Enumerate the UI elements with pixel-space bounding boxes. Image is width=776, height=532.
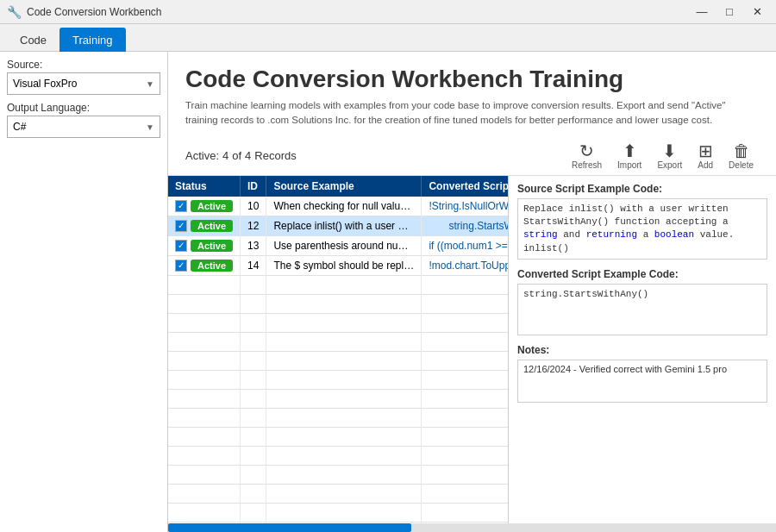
export-icon: ⬇: [662, 142, 677, 160]
table-header-row: Status ID Source Example Converted Scrip…: [168, 176, 509, 197]
active-of: of: [232, 149, 241, 162]
id-cell-2: 13: [241, 235, 266, 255]
status-badge-3: Active: [191, 260, 233, 272]
id-cell-0: 10: [241, 197, 266, 216]
minimize-button[interactable]: —: [690, 3, 714, 21]
empty-row: [168, 446, 509, 465]
source-cell-2: Use parenthesis around numeric comparis: [266, 235, 422, 255]
nav-tabs: Code Training: [0, 24, 776, 52]
source-code-section: Source Script Example Code: Replace inli…: [517, 183, 767, 260]
source-dropdown[interactable]: Visual FoxPro ▼: [7, 72, 160, 95]
converted-code-box: string.StartsWithAny(): [517, 284, 767, 335]
header-section: Code Conversion Workbench Training Train…: [168, 52, 776, 137]
converted-cell-3: !mod.chart.ToUpper().Contains("STRING"): [422, 255, 509, 275]
empty-row: [168, 427, 509, 446]
active-records: Records: [254, 149, 296, 162]
empty-row: [168, 313, 509, 332]
table-row[interactable]: ✓ Active 14 The $ symbol should be repla…: [168, 255, 509, 275]
toolbar-icons: ↻ Refresh ⬆ Import ⬇ Export ⊞ Add: [566, 141, 759, 172]
import-label: Import: [617, 160, 641, 170]
col-id: ID: [241, 176, 266, 197]
active-current: 4: [222, 149, 228, 162]
row-checkbox-3[interactable]: ✓: [175, 260, 187, 272]
status-cell-1: ✓ Active: [168, 216, 241, 235]
row-checkbox-0[interactable]: ✓: [175, 200, 187, 212]
refresh-icon: ↻: [579, 142, 594, 160]
status-cell-2: ✓ Active: [168, 235, 241, 255]
active-label: Active:: [185, 149, 219, 162]
col-status: Status: [168, 176, 241, 197]
delete-button[interactable]: 🗑 Delete: [723, 141, 759, 172]
export-label: Export: [657, 160, 682, 170]
add-label: Add: [698, 160, 713, 170]
empty-row: [168, 408, 509, 427]
title-bar: 🔧 Code Conversion Workbench — □ ✕: [0, 0, 776, 24]
output-dropdown[interactable]: C# ▼: [7, 116, 160, 138]
active-total: 4: [245, 149, 251, 162]
source-cell-3: The $ symbol should be replaced with str…: [266, 255, 422, 275]
table-row[interactable]: ✓ Active 12 Replace inlist() with a user…: [168, 216, 509, 235]
empty-row: [168, 294, 509, 313]
source-cell-0: When checking for null values check for …: [266, 197, 422, 216]
maximize-button[interactable]: □: [717, 3, 742, 21]
converted-code-label: Converted Script Example Code:: [517, 268, 767, 280]
content-area: Source: Visual FoxPro ▼ Output Language:…: [0, 52, 776, 532]
notes-box: 12/16/2024 - Verified correct with Gemin…: [517, 360, 767, 403]
tab-training[interactable]: Training: [59, 28, 125, 52]
converted-cell-0: !String.IsNullOrWhiteSpace(mod.char3): [422, 197, 509, 216]
main-area: Code Conversion Workbench Training Train…: [168, 52, 776, 532]
source-value: Visual FoxPro: [13, 78, 77, 90]
empty-row: [168, 484, 509, 503]
empty-row: [168, 389, 509, 408]
empty-row: [168, 351, 509, 370]
empty-row: [168, 332, 509, 351]
col-source: Source Example: [266, 176, 422, 197]
status-badge-1: Active: [191, 220, 233, 232]
status-cell-3: ✓ Active: [168, 255, 241, 275]
left-panel: Source: Visual FoxPro ▼ Output Language:…: [0, 52, 168, 532]
table-area[interactable]: Status ID Source Example Converted Scrip…: [168, 176, 509, 524]
source-code-label: Source Script Example Code:: [517, 183, 767, 195]
add-button[interactable]: ⊞ Add: [692, 141, 718, 172]
id-cell-3: 14: [241, 255, 266, 275]
tab-code[interactable]: Code: [7, 28, 59, 52]
output-value: C#: [13, 121, 26, 133]
empty-row: [168, 275, 509, 294]
import-button[interactable]: ⬆ Import: [612, 141, 647, 172]
empty-row: [168, 465, 509, 484]
col-converted: Converted Script Example: [422, 176, 509, 197]
delete-label: Delete: [729, 160, 754, 170]
scrollbar-thumb: [168, 523, 411, 532]
row-checkbox-1[interactable]: ✓: [175, 220, 187, 232]
page-title: Code Conversion Workbench Training: [185, 66, 759, 93]
source-label: Source:: [7, 59, 160, 71]
output-label: Output Language:: [7, 102, 160, 114]
status-cell-0: ✓ Active: [168, 197, 241, 216]
status-badge-2: Active: [191, 240, 233, 252]
add-icon: ⊞: [698, 142, 713, 160]
status-badge-0: Active: [191, 200, 233, 212]
refresh-label: Refresh: [572, 160, 602, 170]
title-bar-text: Code Conversion Workbench: [27, 6, 690, 18]
converted-cell-2: if ((mod.num1 >= 2) && (mod.num3 == 0): [422, 235, 509, 255]
close-button[interactable]: ✕: [745, 3, 769, 21]
output-dropdown-arrow: ▼: [146, 122, 154, 132]
table-row[interactable]: ✓ Active 10 When checking for null value…: [168, 197, 509, 216]
title-bar-controls: — □ ✕: [690, 3, 769, 21]
app-container: Code Training Source: Visual FoxPro ▼ Ou…: [0, 24, 776, 532]
id-cell-1: 12: [241, 216, 266, 235]
export-button[interactable]: ⬇ Export: [652, 141, 687, 172]
refresh-button[interactable]: ↻ Refresh: [566, 141, 607, 172]
empty-row: [168, 370, 509, 389]
converted-cell-1: string.StartsWithAny(): [422, 216, 509, 235]
table-row[interactable]: ✓ Active 13 Use parenthesis around numer…: [168, 235, 509, 255]
notes-section: Notes: 12/16/2024 - Verified correct wit…: [517, 344, 767, 403]
data-table: Status ID Source Example Converted Scrip…: [168, 176, 509, 524]
source-dropdown-arrow: ▼: [146, 79, 154, 89]
notes-label: Notes:: [517, 344, 767, 356]
right-panel: Source Script Example Code: Replace inli…: [509, 176, 776, 524]
bottom-scrollbar[interactable]: [168, 523, 776, 532]
split-body: Status ID Source Example Converted Scrip…: [168, 176, 776, 524]
empty-row: [168, 503, 509, 522]
row-checkbox-2[interactable]: ✓: [175, 240, 187, 252]
